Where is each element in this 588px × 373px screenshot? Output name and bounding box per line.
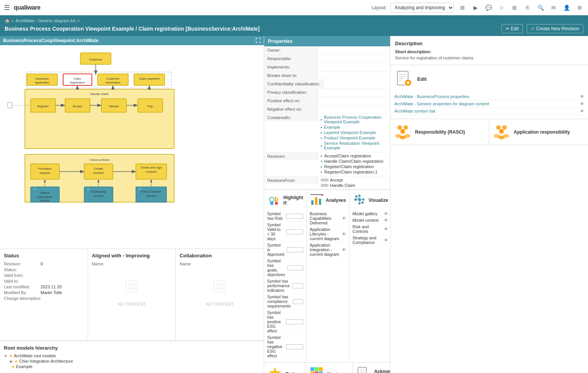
prop-owner-label: Owner: xyxy=(264,46,318,54)
svg-text:Pay: Pay xyxy=(147,105,153,108)
prop-receives-label: Receives: xyxy=(264,152,318,160)
tree-child2-icon: ⊕ xyxy=(11,365,15,369)
receives-link-1[interactable]: Accept/Claim registration xyxy=(321,154,387,158)
diagram-icon[interactable]: ⊞ xyxy=(458,3,467,12)
tree-children: ▶ ⊕ Chixi Integration Architecture ⊕ Exa… xyxy=(4,358,260,369)
highlight-check-5[interactable] xyxy=(292,283,303,288)
analyses-eye-2[interactable]: 👁 xyxy=(342,232,346,236)
analyses-eye-1[interactable]: 👁 xyxy=(342,216,346,221)
mail-icon[interactable]: ✉ xyxy=(549,3,558,12)
prop-privacy: Privacy classification: xyxy=(264,88,390,97)
status-change-desc: Change description: xyxy=(4,296,84,301)
contained-link-4[interactable]: Product Viewpoint Example xyxy=(321,136,387,140)
contained-link-3[interactable]: Layered Viewpoint Example xyxy=(321,130,387,135)
menu-icon[interactable]: ☰ xyxy=(4,3,10,12)
star-icon[interactable]: ☆ xyxy=(497,3,506,12)
svg-rect-14 xyxy=(25,89,174,149)
visualize-eye-3[interactable]: 👁 xyxy=(384,227,388,231)
svg-rect-62 xyxy=(126,281,137,292)
highlight-check-3[interactable] xyxy=(287,247,303,252)
prop-responsible-label: Responsible: xyxy=(264,55,318,63)
video-icon[interactable]: ▶ xyxy=(471,3,480,12)
visualize-eye-1[interactable]: 👁 xyxy=(384,211,388,216)
highlight-check-4[interactable] xyxy=(287,265,303,270)
tree-root-item[interactable]: ▼ ⊕ ArchiMate root models xyxy=(4,353,260,358)
breadcrumb-separator: > xyxy=(11,18,14,23)
highlight-row-2: Symbol Valid-to < 30 days xyxy=(267,222,303,242)
edit-button[interactable]: ✏ Edit xyxy=(501,24,523,33)
svg-text:⬡: ⬡ xyxy=(139,188,141,190)
home-icon[interactable]: 🏠 xyxy=(5,18,10,23)
tree-child1-toggle[interactable]: ▶ xyxy=(10,359,13,363)
svg-rect-77 xyxy=(315,197,317,205)
copy-icon[interactable]: ⎘ xyxy=(523,3,532,12)
svg-rect-64 xyxy=(132,283,135,286)
breadcrumb-link1[interactable]: ArchiMate - Generic diagram list xyxy=(15,18,75,23)
logo: qualiware xyxy=(14,4,40,11)
visualize-label-4: Strategy and Compliance xyxy=(353,236,384,245)
highlight-check-2[interactable] xyxy=(286,229,303,234)
user-icon[interactable]: 👤 xyxy=(562,3,571,12)
comment-icon[interactable]: 💬 xyxy=(484,3,493,12)
prop-privacy-value xyxy=(318,88,390,97)
status-revision: Revision: 0 xyxy=(4,262,84,266)
last-modified-value: 2023 11 20 xyxy=(41,285,62,289)
analyses-eye-3[interactable]: 👁 xyxy=(342,247,346,252)
highlight-label-2: Symbol Valid-to < 30 days xyxy=(267,222,284,241)
highlight-label-3: Symbol is Approved xyxy=(267,243,284,257)
highlight-check-7[interactable] xyxy=(286,319,303,324)
receives-from-link-1[interactable]: Accept xyxy=(321,178,387,182)
grid-icon[interactable]: ⊞ xyxy=(510,3,519,12)
svg-rect-63 xyxy=(128,283,131,286)
edit-eye-2[interactable]: 👁 xyxy=(580,101,584,106)
visualize-eye-4[interactable]: 👁 xyxy=(384,238,388,242)
receives-from-link-2[interactable]: Handle Claim xyxy=(321,183,387,188)
highlight-check-1[interactable] xyxy=(286,214,303,219)
diagram-content[interactable]: Customer Insurance application Claim reg… xyxy=(0,45,264,248)
prop-receives-from-values: Accept Handle Claim xyxy=(318,177,390,189)
receives-link-4[interactable]: Register/Claim registration.1 xyxy=(321,170,387,174)
layout-select[interactable]: Analyzing and Improving Standard Detaile… xyxy=(390,3,454,13)
svg-rect-67 xyxy=(214,281,225,292)
status-valid-to: Valid to: xyxy=(4,279,84,283)
highlight-row-4: Symbol has goals, objectives xyxy=(267,258,303,278)
collaboration-title: Collaboration xyxy=(180,253,260,258)
svg-rect-96 xyxy=(315,367,318,371)
heatmaps-title: Heatmaps xyxy=(327,371,349,373)
tree-toggle[interactable]: ▼ xyxy=(4,354,8,358)
edit-link-label-1[interactable]: ArchiMate - BusinessProcess properties xyxy=(394,94,469,99)
visualize-eye-2[interactable]: 👁 xyxy=(384,218,388,222)
settings-icon[interactable]: ⚙ xyxy=(575,3,584,12)
heatmaps-header: Heatmaps xyxy=(309,366,349,373)
svg-text:Contracting: Contracting xyxy=(91,190,106,193)
contained-link-5[interactable]: Service Realization Viewpoint Example xyxy=(321,141,387,150)
edit-eye-1[interactable]: 👁 xyxy=(580,94,584,99)
contained-link-1[interactable]: Business Process Cooperation Viewpoint E… xyxy=(321,115,387,124)
tree-child-1[interactable]: ▶ ⊕ Chixi Integration Architecture xyxy=(10,358,260,364)
prop-implements: Implements: xyxy=(264,63,390,72)
prop-confidentiality-value xyxy=(323,80,390,88)
edit-eye-3[interactable]: 👁 xyxy=(580,109,584,113)
no-content-icon xyxy=(122,277,141,299)
receives-link-3[interactable]: Register/Claim registration xyxy=(321,164,387,169)
prop-positive-effect: Positive effect on: xyxy=(264,97,390,105)
create-revision-button[interactable]: ✓ Create New Revision xyxy=(527,24,583,33)
highlight-label-5: Symbol has performance indicators xyxy=(267,279,290,293)
search-icon[interactable]: 🔍 xyxy=(536,3,545,12)
layout-label: Layout: xyxy=(372,5,387,10)
aligned-no-content: NO CONTENT xyxy=(92,268,172,314)
diagram-panel-header: BusinessProcessCoopViewpoint:ArchiMate ⛶ xyxy=(0,36,264,45)
properties-title: Properties xyxy=(264,36,390,46)
edit-link-label-3[interactable]: ArchiMate symbol risk xyxy=(394,109,436,113)
collab-no-content-icon xyxy=(210,277,229,299)
receives-link-2[interactable]: Handle Claim/Claim registration xyxy=(321,159,387,164)
contained-link-2[interactable]: Example xyxy=(321,125,387,129)
tree-child-2[interactable]: ⊕ Example xyxy=(10,364,260,369)
expand-icon[interactable]: ⛶ xyxy=(255,38,261,44)
edit-link-label-2[interactable]: ArchiMate - Generic properties for diagr… xyxy=(394,101,489,106)
last-modified-label: Last modified: xyxy=(4,285,38,289)
status-row: Status Revision: 0 Status: Valid from: V… xyxy=(0,249,264,341)
highlight-check-8[interactable] xyxy=(286,344,303,349)
heatmaps-panel: Heatmaps Overall Business vs. Cost 👁 Ove… xyxy=(306,363,353,373)
highlight-check-6[interactable] xyxy=(293,299,303,304)
